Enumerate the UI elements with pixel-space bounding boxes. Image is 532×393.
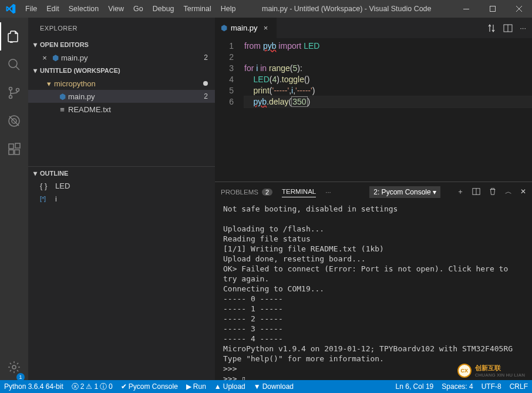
python-file-icon: ⬢ (221, 23, 227, 32)
folder-micropython[interactable]: ▾ micropython (28, 77, 215, 90)
split-editor-icon[interactable] (503, 23, 513, 33)
explorer-header: EXPLORER (28, 18, 215, 38)
menu-edit[interactable]: Edit (42, 5, 64, 13)
terminal-tab[interactable]: TERMINAL (282, 188, 316, 197)
window-title: main.py - Untitled (Workspace) - Visual … (241, 5, 453, 13)
status-encoding[interactable]: UTF-8 (477, 380, 506, 393)
status-eol[interactable]: CRLF (506, 380, 532, 393)
menu-file[interactable]: File (21, 5, 42, 13)
status-run[interactable]: ▶Run (182, 380, 210, 393)
search-tab-icon[interactable] (0, 51, 28, 79)
folder-name: micropython (54, 79, 96, 88)
vscode-logo-icon (0, 4, 21, 14)
menu-view[interactable]: View (103, 5, 129, 13)
file-main-py[interactable]: ⬢ main.py 2 (28, 90, 215, 103)
close-tab-icon[interactable]: × (261, 23, 271, 32)
upload-icon: ▲ (214, 382, 221, 391)
status-python-version[interactable]: Python 3.6.4 64-bit (0, 380, 68, 393)
menu-help[interactable]: Help (216, 5, 241, 13)
tab-main-py[interactable]: ⬢ main.py × (215, 18, 277, 38)
status-problems[interactable]: ⓧ2 ⚠1 ⓘ0 (68, 380, 117, 393)
upload-label: Upload (223, 382, 245, 391)
pycom-label: Pycom Console (129, 382, 178, 391)
source-control-tab-icon[interactable] (0, 79, 28, 107)
terminal-label: TERMINAL (282, 188, 316, 195)
symbol-class-icon: { } (40, 182, 55, 190)
terminal-output[interactable]: Not safe booting, disabled in settings U… (215, 201, 532, 381)
maximize-button[interactable] (479, 0, 506, 18)
chevron-down-icon: ▾ (31, 66, 40, 75)
activity-bar: 1 (0, 18, 28, 381)
problems-count-badge: 2 (262, 189, 272, 196)
status-upload[interactable]: ▲Upload (210, 380, 250, 393)
file-name: README.txt (68, 105, 111, 114)
svg-rect-10 (15, 150, 19, 154)
explorer-tab-icon[interactable] (0, 22, 28, 51)
outline-symbol-i[interactable]: [ᵃ] i (28, 192, 215, 205)
collapse-panel-icon[interactable]: ︿ (505, 187, 512, 196)
svg-point-2 (9, 59, 17, 68)
svg-rect-0 (463, 9, 469, 9)
download-icon: ▼ (254, 382, 261, 391)
problems-tab[interactable]: PROBLEMS 2 (221, 189, 272, 196)
menu-selection[interactable]: Selection (64, 5, 103, 13)
window-controls (453, 0, 532, 18)
workspace-section[interactable]: ▾ UNTITLED (WORKSPACE) (28, 64, 215, 77)
menu-terminal[interactable]: Terminal (179, 5, 216, 13)
open-editor-filename: main.py (61, 53, 88, 62)
python-file-icon: ⬢ (49, 53, 61, 62)
minimize-button[interactable] (453, 0, 479, 18)
title-bar: File Edit Selection View Go Debug Termin… (0, 0, 532, 18)
close-icon[interactable]: × (40, 53, 49, 62)
error-icon: ⓧ (72, 382, 79, 392)
svg-rect-1 (490, 6, 495, 12)
outline-symbol-led[interactable]: { } LED (28, 179, 215, 192)
close-panel-icon[interactable]: ✕ (520, 187, 526, 196)
svg-point-4 (9, 96, 12, 99)
close-window-button[interactable] (506, 0, 532, 18)
info-count: 0 (109, 382, 113, 391)
status-bar: Python 3.6.4 64-bit ⓧ2 ⚠1 ⓘ0 ✔Pycom Cons… (0, 380, 532, 393)
status-pycom-console[interactable]: ✔Pycom Console (117, 380, 182, 393)
outline-label: OUTLINE (40, 170, 68, 177)
settings-gear-icon[interactable]: 1 (0, 353, 28, 381)
extensions-tab-icon[interactable] (0, 135, 28, 163)
code-editor[interactable]: 1 2 3 4 5 6 from pyb import LED for i in… (215, 38, 532, 182)
open-editors-section[interactable]: ▾ OPEN EDITORS (28, 38, 215, 51)
warning-icon: ⚠ (86, 382, 92, 391)
open-editor-item[interactable]: × ⬢ main.py 2 (28, 51, 215, 64)
menu-go[interactable]: Go (129, 5, 148, 13)
status-indentation[interactable]: Spaces: 4 (437, 380, 477, 393)
bottom-panel: PROBLEMS 2 TERMINAL ··· 2: Pycom Console… (215, 182, 532, 381)
outline-symbol-label: i (55, 194, 57, 203)
status-cursor-position[interactable]: Ln 6, Col 19 (392, 380, 438, 393)
more-icon[interactable]: ··· (520, 23, 526, 32)
panel-tabs: PROBLEMS 2 TERMINAL ··· 2: Pycom Console… (215, 182, 532, 201)
download-label: Download (262, 382, 294, 391)
problems-label: PROBLEMS (221, 189, 258, 196)
open-editors-label: OPEN EDITORS (40, 41, 89, 48)
chevron-down-icon: ▾ (31, 169, 40, 177)
file-name: main.py (68, 92, 95, 101)
text-file-icon: ≡ (56, 105, 68, 114)
modified-dot-icon (203, 81, 208, 86)
compare-icon[interactable] (487, 23, 496, 33)
outline-section[interactable]: ▾ OUTLINE (28, 166, 215, 179)
editor-area: ⬢ main.py × ··· 1 2 3 4 5 6 from pyb imp… (215, 18, 532, 381)
new-terminal-icon[interactable]: ＋ (457, 187, 464, 196)
debug-tab-icon[interactable] (0, 107, 28, 135)
info-icon: ⓘ (100, 382, 107, 392)
terminal-selector[interactable]: 2: Pycom Console ▾ (369, 186, 440, 198)
python-file-icon: ⬢ (56, 92, 68, 101)
split-terminal-icon[interactable] (472, 187, 480, 196)
warning-count: 1 (94, 382, 98, 391)
code-content[interactable]: from pyb import LED for i in range(5): L… (244, 41, 532, 182)
error-count: 2 (80, 382, 85, 391)
outline-symbol-label: LED (55, 182, 70, 190)
minimap[interactable] (497, 38, 532, 182)
status-download[interactable]: ▼Download (250, 380, 298, 393)
menu-debug[interactable]: Debug (148, 5, 179, 13)
file-readme-txt[interactable]: ≡ README.txt (28, 103, 215, 116)
kill-terminal-icon[interactable] (489, 187, 497, 196)
panel-more-icon[interactable]: ··· (325, 189, 331, 196)
